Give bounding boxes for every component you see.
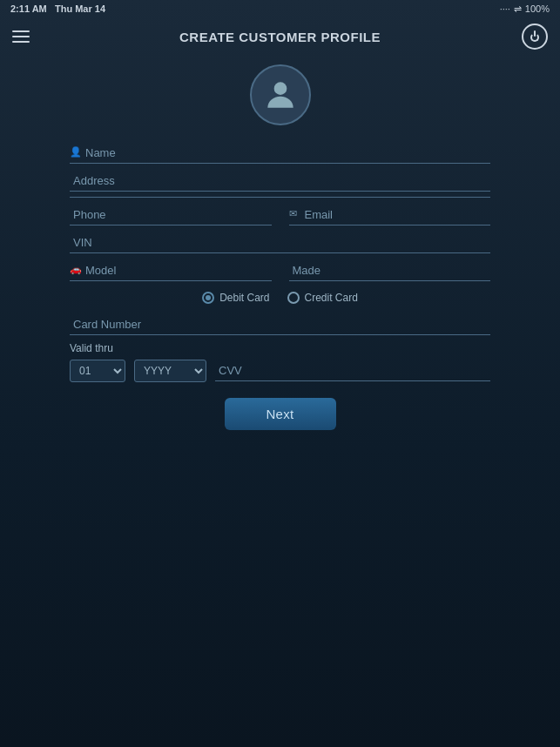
email-input[interactable] xyxy=(289,203,491,225)
vin-field xyxy=(70,231,490,253)
power-icon xyxy=(529,30,541,43)
vin-input[interactable] xyxy=(70,231,490,253)
email-icon: ✉ xyxy=(289,208,297,219)
page-title: CREATE CUSTOMER PROFILE xyxy=(179,30,381,44)
credit-card-option[interactable]: Credit Card xyxy=(287,292,358,304)
debit-radio[interactable] xyxy=(202,292,214,304)
card-number-input[interactable] xyxy=(70,313,490,335)
phone-input[interactable] xyxy=(70,203,272,225)
menu-line-1 xyxy=(12,30,30,32)
name-field: 👤 xyxy=(70,141,490,164)
valid-thru-section: Valid thru 01 02 03 04 05 06 07 08 09 10… xyxy=(70,342,490,382)
credit-radio[interactable] xyxy=(287,292,300,304)
model-made-row: 🚗 xyxy=(70,259,490,281)
separator-1 xyxy=(70,197,490,198)
email-field: ✉ xyxy=(289,203,491,225)
menu-button[interactable] xyxy=(12,30,30,43)
made-field xyxy=(289,259,491,281)
year-select[interactable]: YYYY 2024 2025 2026 2027 2028 2029 2030 xyxy=(134,360,206,382)
svg-point-0 xyxy=(273,82,287,95)
battery-icon: 100% xyxy=(525,3,550,14)
status-indicators: ···· ⇌ 100% xyxy=(500,3,550,15)
car-icon: 🚗 xyxy=(70,264,82,275)
made-input[interactable] xyxy=(289,259,491,281)
model-field: 🚗 xyxy=(70,259,272,281)
month-select[interactable]: 01 02 03 04 05 06 07 08 09 10 11 12 xyxy=(70,360,125,382)
next-button[interactable]: Next xyxy=(225,398,336,430)
wifi-icon: ⇌ xyxy=(514,3,522,15)
next-button-container: Next xyxy=(70,398,490,430)
signal-icon: ···· xyxy=(500,3,510,14)
debit-card-label: Debit Card xyxy=(219,292,269,304)
model-input[interactable] xyxy=(70,259,272,281)
person-field-icon: 👤 xyxy=(70,146,82,158)
avatar-container[interactable] xyxy=(0,64,560,125)
header: CREATE CUSTOMER PROFILE xyxy=(0,17,560,56)
phone-email-row: ✉ xyxy=(70,203,490,225)
menu-line-2 xyxy=(12,36,30,37)
avatar[interactable] xyxy=(250,64,311,125)
address-input[interactable] xyxy=(70,169,490,192)
credit-card-label: Credit Card xyxy=(305,292,358,304)
menu-line-3 xyxy=(12,41,30,43)
card-type-group: Debit Card Credit Card xyxy=(70,292,490,304)
valid-thru-label: Valid thru xyxy=(70,342,490,354)
form-container: 👤 ✉ 🚗 Debit Card xyxy=(0,141,560,430)
name-input[interactable] xyxy=(70,141,490,164)
valid-thru-row: 01 02 03 04 05 06 07 08 09 10 11 12 YYYY… xyxy=(70,360,490,382)
person-icon xyxy=(261,76,300,114)
card-number-field xyxy=(70,313,490,335)
phone-field xyxy=(70,203,272,225)
status-time: 2:11 AM Thu Mar 14 xyxy=(10,3,105,14)
power-button[interactable] xyxy=(522,24,548,50)
debit-card-option[interactable]: Debit Card xyxy=(202,292,269,304)
cvv-input[interactable] xyxy=(215,360,490,381)
status-bar: 2:11 AM Thu Mar 14 ···· ⇌ 100% xyxy=(0,0,560,17)
address-field xyxy=(70,169,490,192)
